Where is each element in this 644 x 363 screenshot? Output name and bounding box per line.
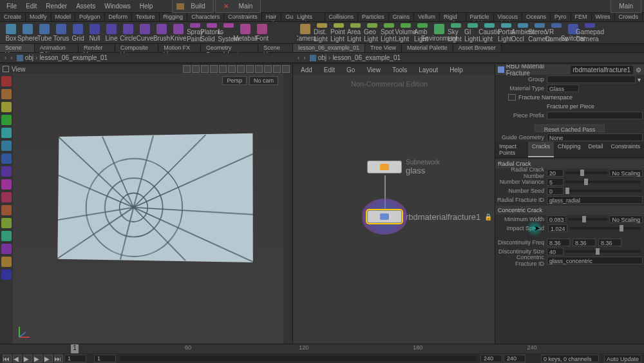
view-option-icon[interactable] <box>192 65 200 73</box>
pane-tab[interactable]: Motion FX View <box>158 44 201 52</box>
viewport-tool[interactable] <box>1 141 12 151</box>
shelf-tool-curve[interactable]: Curve <box>137 23 153 43</box>
pane-tab[interactable]: Tree View <box>365 44 402 52</box>
param-tab-detail[interactable]: Detail <box>584 142 607 157</box>
shelf-tab[interactable]: Collisions <box>325 13 359 21</box>
view-option-icon[interactable] <box>201 65 209 73</box>
path-bar-left[interactable]: ‹ › obj › lesson_06_example_01 <box>0 53 293 63</box>
shelf-tool-circle[interactable]: Circle <box>120 23 137 43</box>
fpp-label[interactable]: Fracture per Piece <box>547 103 594 110</box>
df-field-x[interactable]: 8.36 <box>547 239 570 246</box>
nv-field[interactable]: 5 <box>547 178 564 186</box>
range-start-field[interactable]: 1 <box>94 355 116 362</box>
shelf-tool-gamepad-camera[interactable]: Gamepad Camera <box>582 23 598 43</box>
fns-checkbox[interactable] <box>508 94 516 101</box>
menu-render[interactable]: Render <box>42 1 71 11</box>
shelf-tool-volume-light[interactable]: Volume Light <box>397 23 414 43</box>
shelf-tool-null[interactable]: Null <box>86 23 103 43</box>
node-glass[interactable]: Subnetwork glass <box>367 159 440 175</box>
ne-layout[interactable]: Layout <box>413 65 443 75</box>
pprefix-field[interactable] <box>547 112 643 119</box>
obj-icon[interactable] <box>17 55 23 61</box>
shelf-tool-sky-light[interactable]: Sky Light <box>448 23 464 43</box>
path-obj[interactable]: obj <box>25 54 33 61</box>
section-concentric[interactable]: Concentric Crack <box>495 206 644 215</box>
viewport-tool[interactable] <box>1 128 12 138</box>
mattype-dropdown[interactable]: Glass <box>547 84 579 92</box>
pane-tab[interactable]: Geometry Spreadsheet <box>201 44 258 52</box>
ne-help[interactable]: Help <box>444 65 468 75</box>
shelf-tab[interactable]: Model <box>52 13 76 21</box>
ds-slider[interactable] <box>565 250 641 253</box>
path-node[interactable]: lesson_06_example_01 <box>39 54 108 61</box>
global-end-field[interactable]: 240 <box>504 355 526 362</box>
viewport-tool[interactable] <box>1 102 12 112</box>
play-button[interactable]: ▶ <box>33 355 43 362</box>
pane-tab[interactable]: Render View <box>79 44 115 52</box>
shelf-tab[interactable]: Constraints <box>224 13 262 21</box>
shelf-tab[interactable]: FEM <box>571 13 592 21</box>
viewport-tool[interactable] <box>1 166 12 177</box>
df-field-z[interactable]: 8.36 <box>598 239 621 246</box>
param-tab-impact-points[interactable]: Impact Points <box>495 142 528 157</box>
path-obj[interactable]: obj <box>318 54 327 61</box>
viewport-tool[interactable] <box>1 205 12 215</box>
view-option-icon[interactable] <box>273 65 281 73</box>
last-frame-button[interactable]: ⏭ <box>54 355 63 362</box>
scaling-dropdown[interactable]: No Scaling <box>609 215 643 223</box>
pane-tab[interactable]: Composite View <box>115 44 158 52</box>
shelf-tab[interactable]: Hair Utils <box>262 13 282 21</box>
shelf-tool-brush[interactable]: Brush <box>153 23 170 43</box>
shelf-tool-dist.-light[interactable]: Dist. Light <box>314 23 330 43</box>
shelf-tab[interactable]: Polygon <box>75 13 105 21</box>
nv-slider[interactable] <box>565 181 641 183</box>
shelf-tool-grid[interactable]: Grid <box>70 23 86 43</box>
viewport-3d[interactable]: Persp No cam <box>13 74 283 344</box>
pane-tab[interactable]: Scene View <box>258 44 293 52</box>
first-frame-button[interactable]: ⏮ <box>3 355 12 362</box>
ne-add[interactable]: Add <box>296 65 317 75</box>
viewport-tool[interactable] <box>1 257 12 267</box>
cfid-field[interactable]: glass_concentric <box>547 257 643 264</box>
persp-dropdown[interactable]: Persp <box>222 76 247 85</box>
viewport-tool[interactable] <box>1 244 12 254</box>
shelf-tab[interactable]: Rigid Bodies <box>440 13 466 21</box>
prev-frame-button[interactable]: ◀ <box>13 355 22 362</box>
shelf-tool-geo-light[interactable]: Geo Light <box>364 23 381 43</box>
viewport-tool[interactable] <box>1 270 12 280</box>
ne-go[interactable]: Go <box>341 65 360 75</box>
viewport-tool[interactable] <box>1 76 12 86</box>
shelf-tab[interactable]: Particle Fluids <box>466 13 494 21</box>
shelf-tool-line[interactable]: Line <box>103 23 120 43</box>
node-rbdmaterialfracture[interactable]: rbdmaterialfracture1 🔒 <box>367 210 491 223</box>
view-option-icon[interactable] <box>219 65 227 73</box>
chevron-down-icon[interactable]: ▾ <box>636 76 643 83</box>
shelf-tab[interactable]: Oceans <box>522 13 551 21</box>
view-option-icon[interactable] <box>237 65 245 73</box>
fwd-icon[interactable]: › <box>8 54 14 61</box>
next-frame-button[interactable]: ▶ <box>44 355 53 362</box>
pane-tab[interactable]: Animation Editor <box>35 44 79 52</box>
shelf-tab[interactable]: Guide Process <box>281 13 293 21</box>
range-slider[interactable] <box>120 356 477 361</box>
shelf-tool-caustic-light[interactable]: Caustic Light <box>481 23 498 43</box>
view-option-icon[interactable] <box>228 65 236 73</box>
auto-update-dropdown[interactable]: Auto Update <box>604 355 641 362</box>
pane-tab[interactable]: Scene View <box>0 44 35 52</box>
pane-tab[interactable]: Asset Browser <box>453 44 502 52</box>
imps-field[interactable]: 1.024 <box>548 224 567 232</box>
current-frame-field[interactable]: 1 <box>64 355 86 362</box>
shelf-tab[interactable]: Deform <box>105 13 133 21</box>
shelf-tab[interactable]: Vellum <box>414 13 440 21</box>
menu-windows[interactable]: Windows <box>100 1 135 11</box>
viewport-tool[interactable] <box>1 192 12 202</box>
minw-field[interactable]: 0.083 <box>547 215 566 223</box>
shelf-tab[interactable]: Lights and Cameras <box>293 13 325 21</box>
param-tab-chipping[interactable]: Chipping <box>554 142 585 157</box>
ds-field[interactable]: 40 <box>547 248 564 255</box>
view-option-icon[interactable] <box>246 65 254 73</box>
fwd-icon[interactable]: › <box>301 54 307 61</box>
viewport-tool[interactable] <box>1 115 12 125</box>
ne-view[interactable]: View <box>361 65 386 75</box>
desktop-build-button[interactable]: Build <box>172 0 213 13</box>
